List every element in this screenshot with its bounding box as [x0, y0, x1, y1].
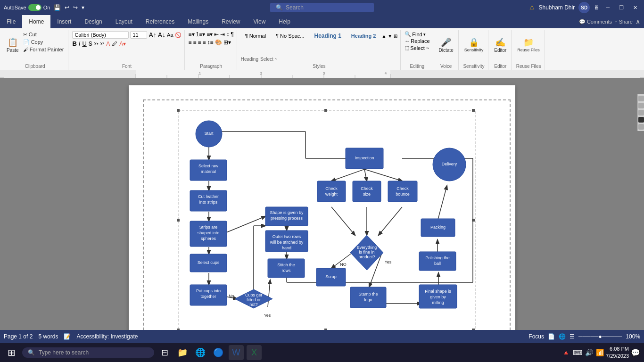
- sensitivity-button[interactable]: 🔒 Sensitivity: [462, 31, 486, 59]
- copy-button[interactable]: 📄 Copy: [22, 39, 66, 46]
- redo-icon[interactable]: ↪: [73, 4, 78, 11]
- side-btn-3[interactable]: [638, 110, 644, 115]
- outline-icon[interactable]: ☰: [570, 333, 575, 340]
- save-icon[interactable]: 💾: [54, 4, 61, 11]
- tab-layout[interactable]: Layout: [109, 15, 139, 28]
- restore-button[interactable]: ❐: [616, 4, 627, 12]
- decrease-indent-btn[interactable]: ⇤: [214, 31, 219, 38]
- case-btn[interactable]: Aa: [167, 32, 173, 38]
- ribbon-collapse-btn[interactable]: ∧: [636, 18, 640, 25]
- side-btn-1[interactable]: [638, 96, 644, 101]
- customize-icon[interactable]: ▾: [82, 4, 84, 11]
- document-area[interactable]: Start Select raw material Cut leather in…: [0, 78, 644, 330]
- italic-btn[interactable]: I: [79, 40, 81, 47]
- styles-expand[interactable]: ⊞: [394, 33, 397, 39]
- handle-br[interactable]: [472, 329, 475, 330]
- align-center-btn[interactable]: ≡: [193, 39, 197, 46]
- increase-indent-btn[interactable]: ⇥: [220, 31, 225, 38]
- word-btn[interactable]: W: [229, 345, 244, 360]
- underline-btn[interactable]: U: [82, 40, 86, 47]
- minimize-button[interactable]: ─: [603, 4, 612, 11]
- cut-button[interactable]: ✂ Cut: [22, 31, 66, 38]
- bullets-btn[interactable]: ≡▾: [189, 31, 195, 38]
- find-label[interactable]: Find: [412, 32, 422, 37]
- print-layout-icon[interactable]: 📄: [548, 333, 555, 340]
- highlight-btn[interactable]: 🖊: [112, 41, 117, 47]
- share-btn[interactable]: ↑ Share: [615, 19, 633, 25]
- tab-mailings[interactable]: Mailings: [181, 15, 215, 28]
- comments-btn[interactable]: 💬 Comments: [579, 19, 612, 25]
- style-heading1[interactable]: Heading 1: [310, 31, 345, 41]
- handle-bl[interactable]: [177, 329, 180, 330]
- taskbar-search-box[interactable]: 🔍 Type here to search: [22, 347, 154, 358]
- accessibility-info[interactable]: Accessibility: Investigate: [76, 333, 138, 340]
- font-color-btn[interactable]: A: [106, 41, 110, 47]
- chrome-btn[interactable]: 🌐: [193, 345, 208, 360]
- clear-format-btn[interactable]: 🚫: [175, 32, 182, 38]
- tab-home[interactable]: Home: [22, 15, 50, 28]
- web-layout-icon[interactable]: 🌐: [559, 333, 566, 340]
- style-nospace[interactable]: ¶ No Spac...: [272, 32, 308, 40]
- paste-button[interactable]: 📋 Paste: [5, 31, 21, 59]
- task-view-btn[interactable]: ⊟: [157, 345, 172, 360]
- strikethrough-btn[interactable]: S: [89, 41, 92, 47]
- justify-btn[interactable]: ≡: [203, 39, 206, 46]
- font-grow-btn[interactable]: A↑: [149, 31, 156, 39]
- shading-btn[interactable]: 🎨: [215, 39, 222, 46]
- show-hide-btn[interactable]: ¶: [231, 31, 233, 38]
- undo-icon[interactable]: ↩: [65, 4, 69, 11]
- handle-tr[interactable]: [472, 109, 475, 112]
- replace-label[interactable]: Replace: [411, 38, 429, 44]
- dictate-button[interactable]: 🎤 Dictate: [437, 31, 455, 59]
- handle-tm[interactable]: [324, 109, 327, 112]
- title-search-box[interactable]: 🔍 Search: [270, 3, 374, 12]
- select-dropdown-label[interactable]: Select ~: [410, 45, 429, 51]
- windows-start-button[interactable]: ⊞: [4, 345, 19, 360]
- tab-insert[interactable]: Insert: [50, 15, 78, 28]
- side-btn-5[interactable]: [638, 124, 644, 130]
- style-normal[interactable]: ¶ Normal: [241, 32, 270, 40]
- focus-btn[interactable]: Focus: [528, 333, 544, 340]
- handle-bm[interactable]: [324, 329, 327, 330]
- borders-btn[interactable]: ⊞▾: [223, 39, 231, 46]
- numbering-btn[interactable]: 1≡▾: [196, 31, 206, 38]
- side-btn-2[interactable]: [638, 103, 644, 108]
- bold-btn[interactable]: B: [72, 40, 76, 47]
- font-shrink-btn[interactable]: A↓: [158, 31, 165, 39]
- format-painter-button[interactable]: 🖌 Format Painter: [22, 46, 66, 53]
- close-button[interactable]: ✕: [630, 4, 640, 12]
- tab-file[interactable]: File: [0, 15, 22, 28]
- tab-references[interactable]: References: [139, 15, 181, 28]
- edge-btn[interactable]: 🔵: [211, 345, 226, 360]
- sort-btn[interactable]: ↕: [226, 31, 229, 38]
- multilevel-btn[interactable]: ≡▾: [206, 31, 213, 38]
- align-right-btn[interactable]: ≡: [198, 39, 201, 46]
- file-explorer-btn[interactable]: 📁: [175, 345, 190, 360]
- monitor-icon[interactable]: 🖥: [594, 4, 599, 11]
- font-family-selector[interactable]: Calibri (Body): [72, 31, 129, 39]
- styles-scroll-down[interactable]: ▼: [388, 33, 392, 39]
- font-size-selector[interactable]: 11: [130, 31, 147, 39]
- handle-mr[interactable]: [472, 219, 475, 222]
- subscript-btn[interactable]: x₂: [94, 41, 99, 46]
- text-color-btn[interactable]: A▾: [119, 41, 126, 47]
- superscript-btn[interactable]: x²: [100, 41, 104, 46]
- notification-icon[interactable]: 💬: [631, 348, 640, 357]
- excel-btn[interactable]: X: [247, 345, 262, 360]
- reuse-files-button[interactable]: 📁 Reuse Files: [515, 31, 542, 59]
- handle-ml[interactable]: [177, 219, 180, 222]
- side-btn-4[interactable]: [638, 117, 644, 123]
- zoom-slider[interactable]: ─────●─────: [578, 333, 622, 340]
- find-dropdown[interactable]: ▾: [423, 32, 426, 37]
- editor-button[interactable]: ✍ Editor: [492, 31, 508, 59]
- style-heading2[interactable]: Heading 2: [347, 32, 380, 40]
- tab-design[interactable]: Design: [78, 15, 108, 28]
- tab-review[interactable]: Review: [215, 15, 247, 28]
- tab-view[interactable]: View: [247, 15, 272, 28]
- autosave-toggle-pill[interactable]: [28, 4, 41, 11]
- select-label[interactable]: Select ~: [260, 57, 277, 62]
- tab-help[interactable]: Help: [272, 15, 297, 28]
- autosave-toggle[interactable]: AutoSave On: [4, 4, 50, 11]
- handle-tl[interactable]: [177, 109, 180, 112]
- styles-scroll-up[interactable]: ▲: [381, 33, 386, 39]
